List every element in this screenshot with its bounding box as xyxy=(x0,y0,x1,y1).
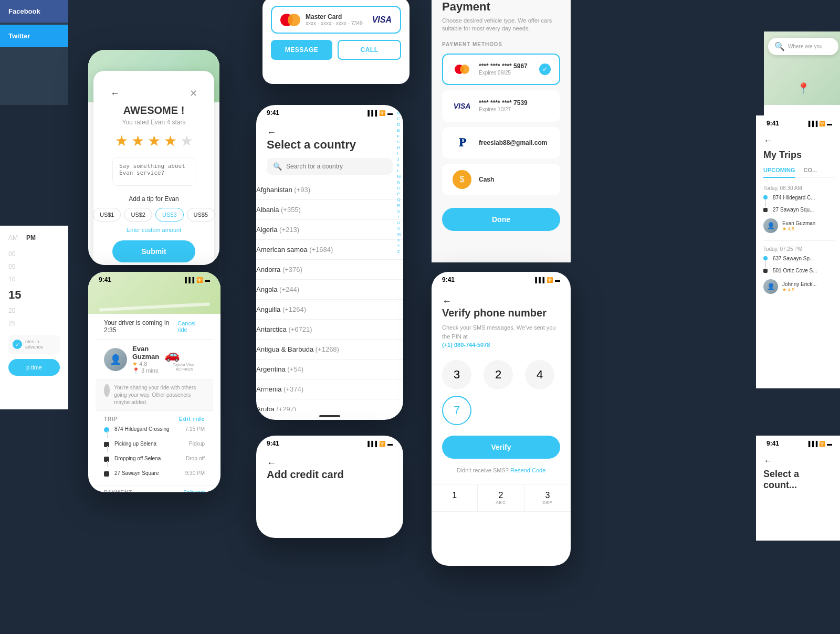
country-argentina[interactable]: Argentina (+54) xyxy=(256,360,403,379)
am-label[interactable]: AM xyxy=(8,234,18,241)
twitter-button[interactable]: Twitter xyxy=(0,25,68,47)
back-arrow-sc2[interactable]: ← xyxy=(763,456,773,466)
facebook-button[interactable]: Facebook xyxy=(0,0,68,23)
advance-text: utes in advance xyxy=(25,339,56,350)
phone-social: Facebook Twitter xyxy=(0,0,68,105)
pm-label[interactable]: PM xyxy=(26,234,36,241)
cancel-ride-link[interactable]: Cancel ride xyxy=(177,320,205,333)
back-arrow-addcard[interactable]: ← xyxy=(267,458,276,468)
star-1[interactable]: ★ xyxy=(115,132,128,150)
action-buttons: MESSAGE CALL xyxy=(271,40,401,60)
message-button[interactable]: MESSAGE xyxy=(271,40,332,60)
country-aruba[interactable]: Aruba (+297) xyxy=(256,399,403,411)
battery-addcard-icon: ▬ xyxy=(387,441,393,447)
country-american-samoa[interactable]: American samoa (+1684) xyxy=(256,240,403,260)
battery-driver-icon: ▬ xyxy=(205,277,210,283)
phone-selectcountry2: 9:41 ▐▐▐ 🛜 ▬ ← Select a count... xyxy=(756,436,840,541)
payment-title: Payment xyxy=(442,0,560,14)
time-00: 00 xyxy=(8,248,60,260)
payment-method-cash[interactable]: $ Cash xyxy=(442,164,560,195)
visa-expiry: Expires 10/27 xyxy=(479,107,551,112)
country-angola[interactable]: Angola (+244) xyxy=(256,280,403,300)
close-icon[interactable]: ✕ xyxy=(190,88,197,99)
pin-2-button[interactable]: 2 xyxy=(484,360,513,389)
custom-amount-link[interactable]: Enter custom amount xyxy=(112,227,195,233)
star-3[interactable]: ★ xyxy=(148,132,161,150)
sc2-title: Select a count... xyxy=(763,469,835,491)
trip-driver-rating-1: ★ 4.8 xyxy=(782,226,815,231)
payment-bar-label: PAYMENT xyxy=(104,490,136,492)
country-search-box[interactable]: 🔍 xyxy=(267,158,393,175)
stop-dot-2 xyxy=(104,442,109,447)
phone-keypad: 1 2 ABC 3 DEF xyxy=(432,484,571,512)
pickup-time-button[interactable]: p time xyxy=(8,359,60,376)
country-andorra[interactable]: Andorra (+376) xyxy=(256,260,403,280)
time-10: 10 xyxy=(8,273,60,286)
stop-time-4: 9:30 PM xyxy=(185,470,205,476)
card-name: Master Card xyxy=(306,13,367,20)
status-bar-verify: 9:41 ▐▐▐ 🛜 ▬ xyxy=(432,272,571,286)
payment-method-paypal[interactable]: 𝐏 freeslab88@gmail.com xyxy=(442,127,560,158)
route-to-1: 27 Sawayn Squ... xyxy=(773,206,835,213)
country-antigua[interactable]: Antigua & Barbuda (+1268) xyxy=(256,340,403,360)
keypad-2[interactable]: 2 ABC xyxy=(478,484,524,512)
keypad-3[interactable]: 3 DEF xyxy=(524,484,571,512)
payment-method-mastercard[interactable]: **** **** **** 5967 Expires 09/25 ✓ xyxy=(442,54,560,85)
call-button[interactable]: CALL xyxy=(338,40,401,60)
trip-driver-name-1: Evan Guzman xyxy=(782,220,815,226)
country-anguilla[interactable]: Anguilla (+1264) xyxy=(256,300,403,320)
resend-link[interactable]: Resend Code xyxy=(510,467,545,473)
country-albania[interactable]: Albania (+355) xyxy=(256,200,403,220)
tip-3-button[interactable]: US$3 xyxy=(155,208,184,221)
back-arrow-country[interactable]: ← xyxy=(267,127,276,138)
submit-button[interactable]: Submit xyxy=(112,240,195,262)
mytrips-title: My Trips xyxy=(763,150,835,161)
done-button[interactable]: Done xyxy=(442,208,560,231)
country-armenia[interactable]: Armenia (+374) xyxy=(256,379,403,399)
country-afghanistan[interactable]: Afghanistan (+93) xyxy=(256,180,403,200)
edit-ride-link[interactable]: Edit ride xyxy=(179,416,205,422)
where-map: SE 157th St 🔍 Where are you 📍 xyxy=(764,31,840,105)
verify-button[interactable]: Verify xyxy=(442,436,560,459)
driver-name: Evan Guzman xyxy=(132,345,159,361)
payment-method-visa[interactable]: VISA **** **** **** 7539 Expires 10/27 xyxy=(442,90,560,122)
star-5[interactable]: ★ xyxy=(180,132,193,150)
mastercard-expiry: Expires 09/25 xyxy=(479,70,533,76)
driver-info-bar: Your driver is coming in 2:35 Cancel rid… xyxy=(96,314,213,340)
time-25: 25 xyxy=(8,317,60,330)
country-algeria[interactable]: Algeria (+213) xyxy=(256,220,403,240)
advance-notice: ✓ utes in advance xyxy=(8,335,60,354)
tip-5-button[interactable]: US$5 xyxy=(187,208,215,221)
country-scroll: Afghanistan (+93) Albania (+355) Algeria… xyxy=(256,180,403,411)
stop-time-3: Drop-off xyxy=(186,456,205,461)
card-display: Master Card xxxx - xxxx - xxxx - 7349 VI… xyxy=(271,6,401,34)
review-input[interactable] xyxy=(112,157,195,186)
tip-2-button[interactable]: US$2 xyxy=(124,208,152,221)
status-bar-addcard: 9:41 ▐▐▐ 🛜 ▬ xyxy=(256,436,403,449)
pin-3-button[interactable]: 3 xyxy=(442,360,471,389)
paypal-pm-info: freeslab88@gmail.com xyxy=(479,139,551,146)
trips-tab-completed[interactable]: CO... xyxy=(804,167,817,173)
route-dot-blue-2 xyxy=(763,256,768,260)
back-arrow-mytrips[interactable]: ← xyxy=(763,135,773,146)
country-antarctica[interactable]: Antarctica (+6721) xyxy=(256,320,403,340)
trip-driver-rating-2: ★ 4.5 xyxy=(782,287,817,292)
mytrips-content: ← My Trips UPCOMING CO... Today, 08:30 A… xyxy=(756,129,840,308)
split-cost-link[interactable]: Split cost xyxy=(183,490,205,492)
trips-tab-upcoming[interactable]: UPCOMING xyxy=(763,167,795,178)
sharing-notice: You're sharing your ride with others goi… xyxy=(96,380,213,411)
status-time-addcard: 9:41 xyxy=(267,440,279,447)
back-arrow-icon[interactable]: ← xyxy=(110,88,120,99)
keypad-1[interactable]: 1 xyxy=(432,484,478,512)
back-arrow-verify[interactable]: ← xyxy=(442,296,452,307)
star-2[interactable]: ★ xyxy=(131,132,144,150)
trip-time-2: Today, 07:25 PM xyxy=(763,246,835,252)
visa-pm-info: **** **** **** 7539 Expires 10/27 xyxy=(479,99,551,112)
pin-4-button[interactable]: 4 xyxy=(525,360,554,389)
tip-1-button[interactable]: US$1 xyxy=(93,208,121,221)
star-4[interactable]: ★ xyxy=(164,132,177,150)
where-search-box[interactable]: 🔍 Where are you xyxy=(768,38,838,55)
trip-driver-info-1: Evan Guzman ★ 4.8 xyxy=(782,220,815,231)
pin-7-button[interactable]: 7 xyxy=(442,396,471,425)
country-search-input[interactable] xyxy=(286,163,386,170)
